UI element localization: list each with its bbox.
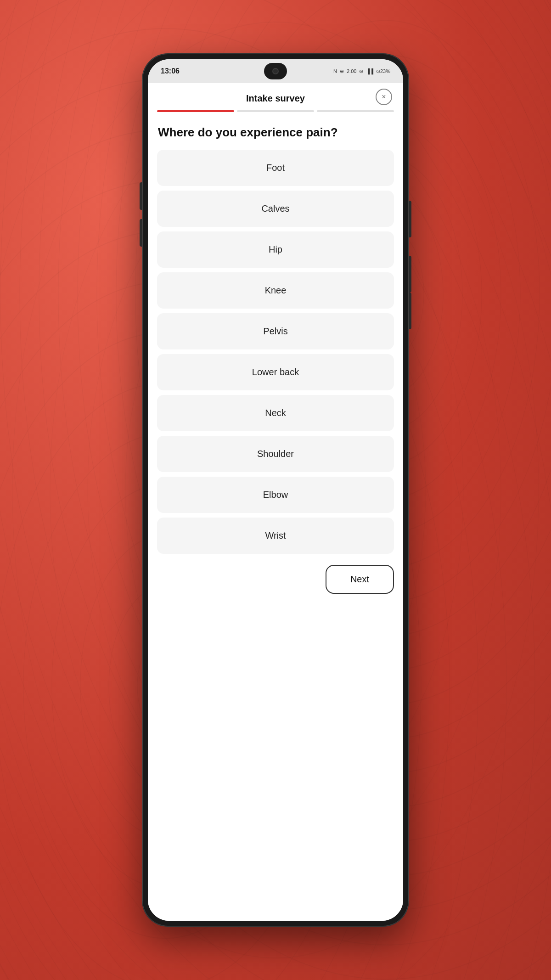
option-pelvis[interactable]: Pelvis [157,313,394,349]
phone-frame: 13:06 N ⊕ 2.00 ⊛ ▐▐ ⊙23% Intake survey × [142,54,409,926]
option-neck[interactable]: Neck [157,395,394,431]
progress-segment-3 [317,110,394,112]
page-title: Intake survey [246,93,305,104]
survey-question: Where do you experience pain? [148,125,403,150]
progress-segment-2 [237,110,314,112]
progress-segment-1 [157,110,234,112]
phone-screen: 13:06 N ⊕ 2.00 ⊛ ▐▐ ⊙23% Intake survey × [148,59,403,921]
options-list: FootCalvesHipKneePelvisLower backNeckSho… [148,150,403,554]
progress-bar [148,110,403,112]
data-speed: 2.00 [347,68,356,74]
option-lower-back[interactable]: Lower back [157,354,394,390]
next-button[interactable]: Next [326,565,394,594]
status-bar: 13:06 N ⊕ 2.00 ⊛ ▐▐ ⊙23% [148,59,403,83]
option-wrist[interactable]: Wrist [157,518,394,554]
option-knee[interactable]: Knee [157,272,394,309]
signal-icon: ▐▐ [366,68,373,74]
status-time: 13:06 [161,67,180,75]
option-foot[interactable]: Foot [157,150,394,186]
app-content: Intake survey × Where do you experience … [148,83,403,921]
battery-icon: ⊙23% [376,68,390,74]
close-button[interactable]: × [376,89,392,105]
close-icon: × [382,93,386,101]
option-hip[interactable]: Hip [157,231,394,268]
notch [264,63,287,79]
status-icons: N ⊕ 2.00 ⊛ ▐▐ ⊙23% [333,68,390,74]
option-elbow[interactable]: Elbow [157,477,394,513]
option-calves[interactable]: Calves [157,191,394,227]
bluetooth-icon: ⊕ [340,68,344,74]
option-shoulder[interactable]: Shoulder [157,436,394,472]
footer: Next [148,554,403,603]
wifi-icon: ⊛ [359,68,363,74]
nfc-icon: N [333,68,337,74]
app-header: Intake survey × [148,83,403,110]
camera-icon [272,68,279,74]
